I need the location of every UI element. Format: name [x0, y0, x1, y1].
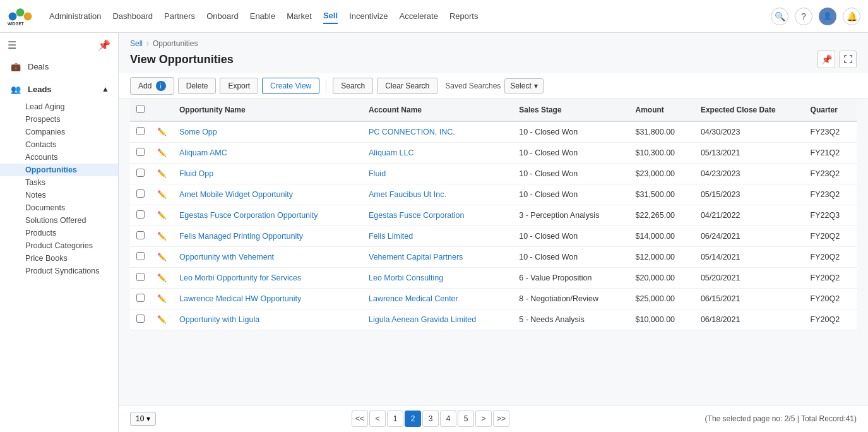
row-checkbox-3[interactable] — [136, 189, 145, 198]
sidebar-sub-tasks[interactable]: Tasks — [0, 176, 118, 189]
sidebar-sub-solutions[interactable]: Solutions Offered — [0, 214, 118, 227]
edit-icon-4[interactable]: ✏️ — [157, 211, 167, 220]
per-page-select[interactable]: 10 ▾ — [130, 412, 156, 426]
opp-link-6[interactable]: Opportunity with Vehement — [179, 253, 274, 261]
nav-dashboard[interactable]: Dashboard — [112, 9, 153, 23]
pag-btn->>[interactable]: >> — [493, 411, 509, 427]
sidebar-sub-companies[interactable]: Companies — [0, 126, 118, 138]
pin-view-button[interactable]: 📌 — [817, 51, 835, 68]
edit-icon-7[interactable]: ✏️ — [157, 273, 167, 282]
opp-link-9[interactable]: Opportunity with Ligula — [179, 315, 259, 324]
row-checkbox-6[interactable] — [136, 252, 145, 260]
sidebar-sub-lead-aging[interactable]: Lead Aging — [0, 100, 118, 113]
row-checkbox-1[interactable] — [136, 148, 145, 156]
account-link-4[interactable]: Egestas Fusce Corporation — [369, 211, 464, 220]
edit-icon-0[interactable]: ✏️ — [157, 128, 167, 136]
nav-market[interactable]: Market — [287, 9, 312, 23]
sidebar-sub-accounts[interactable]: Accounts — [0, 151, 118, 164]
export-button[interactable]: Export — [220, 78, 258, 94]
sidebar-sub-prospects[interactable]: Prospects — [0, 113, 118, 126]
account-link-5[interactable]: Felis Limited — [369, 232, 413, 241]
account-link-3[interactable]: Amet Faucibus Ut Inc. — [369, 190, 446, 199]
sidebar-sub-product-categories[interactable]: Product Categories — [0, 239, 118, 252]
nav-partners[interactable]: Partners — [164, 9, 195, 23]
breadcrumb-sell[interactable]: Sell — [130, 39, 143, 48]
search-nav-button[interactable]: 🔍 — [771, 8, 788, 25]
row-amount-1: $10,300.00 — [629, 143, 694, 164]
delete-button[interactable]: Delete — [178, 78, 217, 94]
nav-accelerate[interactable]: Accelerate — [399, 9, 437, 23]
edit-icon-6[interactable]: ✏️ — [157, 253, 167, 261]
opp-link-8[interactable]: Lawrence Medical HW Opportunity — [179, 294, 301, 303]
row-checkbox-9[interactable] — [136, 315, 145, 323]
account-link-2[interactable]: Fluid — [369, 169, 386, 178]
pag-btn-5[interactable]: 5 — [458, 411, 474, 427]
edit-icon-3[interactable]: ✏️ — [157, 190, 167, 199]
nav-enable[interactable]: Enable — [250, 9, 275, 23]
row-checkbox-cell — [130, 164, 151, 184]
nav-reports[interactable]: Reports — [449, 9, 479, 23]
pag-btn-2[interactable]: 2 — [405, 411, 421, 427]
clear-search-button[interactable]: Clear Search — [377, 78, 437, 94]
sidebar-sub-price-books[interactable]: Price Books — [0, 252, 118, 265]
row-checkbox-5[interactable] — [136, 231, 145, 239]
sidebar-pin-icon[interactable]: 📌 — [98, 39, 110, 51]
notifications-button[interactable]: 🔔 — [843, 8, 860, 25]
opp-link-5[interactable]: Felis Managed Printing Opportunity — [179, 232, 303, 241]
opp-link-7[interactable]: Leo Morbi Opportunity for Services — [179, 273, 301, 282]
opp-link-4[interactable]: Egestas Fusce Corporation Opportunity — [179, 211, 318, 220]
account-link-8[interactable]: Lawrence Medical Center — [369, 294, 458, 303]
account-link-6[interactable]: Vehement Capital Partners — [369, 253, 463, 261]
row-checkbox-2[interactable] — [136, 169, 145, 177]
row-edit-cell: ✏️ — [151, 247, 173, 268]
edit-icon-8[interactable]: ✏️ — [157, 294, 167, 303]
add-button[interactable]: Add i — [130, 77, 174, 95]
pag-btn-4[interactable]: 4 — [440, 411, 456, 427]
sidebar-sub-documents[interactable]: Documents — [0, 201, 118, 214]
opp-link-2[interactable]: Fluid Opp — [179, 169, 213, 178]
row-close-1: 05/13/2021 — [694, 143, 804, 164]
opp-link-1[interactable]: Aliquam AMC — [179, 148, 227, 157]
help-button[interactable]: ? — [795, 8, 812, 25]
pag-btn->[interactable]: > — [475, 411, 492, 427]
create-view-button[interactable]: Create View — [262, 78, 319, 94]
nav-onboard[interactable]: Onboard — [206, 9, 239, 23]
row-checkbox-7[interactable] — [136, 273, 145, 281]
row-account-2: Fluid — [362, 164, 513, 184]
pag-btn-3[interactable]: 3 — [422, 411, 439, 427]
saved-searches-select[interactable]: Select ▾ — [504, 78, 543, 93]
pag-btn-1[interactable]: 1 — [387, 411, 403, 427]
edit-icon-5[interactable]: ✏️ — [157, 232, 167, 241]
opp-link-3[interactable]: Amet Mobile Widget Opportunity — [179, 190, 293, 199]
account-link-0[interactable]: PC CONNECTION, INC. — [369, 128, 455, 136]
nav-administration[interactable]: Administration — [49, 9, 101, 23]
sidebar-sub-contacts[interactable]: Contacts — [0, 138, 118, 151]
edit-icon-2[interactable]: ✏️ — [157, 169, 167, 178]
row-checkbox-4[interactable] — [136, 210, 145, 219]
nav-incentivize[interactable]: Incentivize — [349, 9, 388, 23]
account-link-9[interactable]: Ligula Aenean Gravida Limited — [369, 315, 476, 324]
sidebar-item-leads[interactable]: 👥 Leads ▲ — [0, 78, 118, 100]
row-opp-name-4: Egestas Fusce Corporation Opportunity — [173, 205, 362, 226]
select-all-checkbox[interactable] — [136, 105, 145, 113]
row-checkbox-0[interactable] — [136, 127, 145, 135]
opp-link-0[interactable]: Some Opp — [179, 128, 217, 136]
account-link-1[interactable]: Aliquam LLC — [369, 148, 414, 157]
edit-icon-9[interactable]: ✏️ — [157, 315, 167, 324]
search-button[interactable]: Search — [333, 78, 373, 94]
account-link-7[interactable]: Leo Morbi Consulting — [369, 273, 443, 282]
pag-btn-<[interactable]: < — [369, 411, 386, 427]
pag-btn-<<[interactable]: << — [352, 411, 368, 427]
user-avatar[interactable]: 👤 — [819, 8, 836, 25]
sidebar-hamburger-icon[interactable]: ☰ — [8, 39, 16, 51]
nav-sell[interactable]: Sell — [323, 8, 338, 24]
edit-icon-1[interactable]: ✏️ — [157, 148, 167, 157]
sidebar-sub-notes[interactable]: Notes — [0, 189, 118, 201]
row-checkbox-8[interactable] — [136, 294, 145, 302]
add-info-icon[interactable]: i — [156, 81, 166, 91]
sidebar-item-deals[interactable]: 💼 Deals — [0, 55, 118, 78]
expand-view-button[interactable]: ⛶ — [839, 51, 857, 68]
sidebar-sub-opportunities[interactable]: Opportunities — [0, 164, 118, 176]
sidebar-sub-products[interactable]: Products — [0, 227, 118, 239]
sidebar-sub-product-syndications[interactable]: Product Syndications — [0, 265, 118, 277]
